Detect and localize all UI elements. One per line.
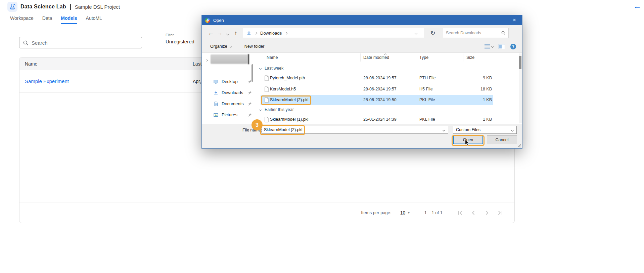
previous-page-icon[interactable]: [469, 209, 477, 217]
sidebar-item-label: Pictures: [222, 112, 248, 117]
tab-data[interactable]: Data: [42, 13, 52, 24]
tutorial-step-badge: 3: [251, 119, 263, 130]
file-type: PKL File: [419, 98, 435, 102]
column-divider: [494, 53, 494, 62]
search-input[interactable]: [32, 40, 138, 46]
nav-forward-icon: →: [215, 30, 224, 37]
tab-workspace[interactable]: Workspace: [10, 13, 34, 24]
nav-back-icon[interactable]: ←: [206, 30, 215, 37]
file-type-select[interactable]: Custom Files: [453, 126, 517, 134]
file-icon: [264, 97, 269, 103]
view-mode-button[interactable]: [484, 44, 493, 49]
nav-history-chevron-icon[interactable]: [224, 30, 231, 37]
file-row[interactable]: SklearnModel (1).pkl 25-01-2024 14:39 PK…: [256, 114, 519, 125]
file-row-selected[interactable]: SklearnModel (2).pkl 28-06-2024 19:50 PK…: [256, 95, 519, 105]
file-size: 18 KB: [466, 87, 492, 91]
dialog-footer: File name: Custom Files Open Cancel: [202, 124, 522, 148]
sidebar-item-label: Desktop: [222, 79, 248, 84]
dialog-search-box[interactable]: [443, 28, 509, 38]
refresh-icon[interactable]: ↻: [429, 29, 437, 37]
column-date-modified[interactable]: Date modified: [363, 55, 389, 60]
filter-value[interactable]: Unregistered: [166, 39, 194, 44]
collapse-chevron-icon: [259, 108, 262, 111]
column-type[interactable]: Type: [419, 55, 428, 60]
file-modified: 28-06-2024 19:50: [363, 98, 397, 102]
items-per-page-label: Items per page:: [361, 210, 391, 215]
items-per-page-select[interactable]: 10 ▾: [400, 210, 410, 216]
group-header-last-week[interactable]: Last week: [256, 64, 283, 73]
file-name-combobox[interactable]: [262, 126, 448, 134]
column-divider: [417, 53, 417, 62]
close-icon[interactable]: ×: [507, 15, 522, 25]
file-row[interactable]: Pytorch_Model.pth 28-06-2024 19:57 PTH F…: [256, 73, 519, 83]
open-file-dialog: Open × ← → ↑ Downloads ↻: [201, 15, 522, 149]
file-size: 9 KB: [466, 76, 492, 80]
sidebar-item-downloads[interactable]: Downloads: [202, 87, 255, 98]
sidebar-item-redacted[interactable]: [211, 54, 247, 64]
organize-menu[interactable]: Organize: [210, 44, 232, 49]
dialog-sidebar: Desktop Downloads: [202, 53, 255, 124]
pin-icon: [248, 102, 252, 106]
mouse-cursor: [464, 140, 470, 146]
column-size[interactable]: Size: [466, 55, 474, 60]
paginator: Items per page: 10 ▾ 1 – 1 of 1: [19, 202, 514, 223]
organize-label: Organize: [210, 44, 227, 49]
preview-pane-icon[interactable]: [499, 44, 505, 49]
file-name: SklearnModel (1).pkl: [270, 117, 309, 122]
back-arrow-icon[interactable]: ←: [633, 1, 641, 11]
sidebar-item-label: Downloads: [222, 90, 248, 95]
downloads-icon: [246, 31, 251, 36]
dialog-titlebar[interactable]: Open ×: [202, 15, 522, 25]
filter-label: Filter: [166, 33, 194, 37]
experiment-link[interactable]: Sample Experiment: [25, 78, 69, 84]
dropdown-chevron-icon[interactable]: [443, 129, 445, 131]
new-folder-button[interactable]: New folder: [244, 44, 265, 49]
dialog-nav-row: ← → ↑ Downloads ↻: [202, 25, 522, 41]
expand-chevron-icon[interactable]: [206, 57, 208, 62]
column-last-modified: Last: [193, 61, 201, 67]
dialog-app-icon: [205, 18, 210, 23]
dialog-title: Open: [213, 18, 224, 23]
address-bar[interactable]: Downloads: [243, 28, 424, 38]
sidebar-item-desktop[interactable]: Desktop: [202, 76, 255, 87]
column-name[interactable]: Name: [267, 55, 278, 60]
file-row[interactable]: KersModel.h5 28-06-2024 19:57 H5 File 18…: [256, 84, 519, 94]
dropdown-chevron-icon: [230, 45, 232, 47]
group-header-earlier-this-year[interactable]: Earlier this year: [256, 105, 294, 114]
flask-icon: [9, 3, 16, 10]
last-page-icon[interactable]: [496, 209, 504, 217]
file-type: PKL File: [419, 117, 435, 122]
tab-automl[interactable]: AutoML: [86, 13, 102, 24]
help-icon[interactable]: ?: [510, 44, 516, 49]
brand-divider: [70, 4, 71, 10]
breadcrumb-chevron-icon[interactable]: [285, 31, 287, 35]
next-page-icon[interactable]: [483, 209, 491, 217]
sidebar-item-documents[interactable]: Documents: [202, 98, 255, 109]
file-name-input[interactable]: [264, 126, 437, 133]
sidebar-items: Desktop Downloads: [202, 76, 255, 120]
file-modified: 25-01-2024 14:39: [363, 117, 397, 122]
dialog-body: Desktop Downloads: [202, 52, 522, 124]
nav-up-icon[interactable]: ↑: [231, 30, 240, 37]
items-per-page-value: 10: [400, 210, 406, 216]
experiment-search[interactable]: [19, 37, 142, 48]
downloads-icon: [213, 90, 219, 95]
resize-grip[interactable]: [517, 144, 521, 148]
address-dropdown-icon[interactable]: [415, 31, 417, 35]
breadcrumb-location[interactable]: Downloads: [260, 31, 282, 36]
file-name: SklearnModel (2).pkl: [270, 98, 309, 102]
filter-select[interactable]: Filter Unregistered: [166, 33, 194, 44]
new-folder-label: New folder: [244, 44, 265, 49]
sidebar-item-pictures[interactable]: Pictures: [202, 109, 255, 120]
file-type: PTH File: [419, 76, 436, 80]
cancel-button[interactable]: Cancel: [487, 135, 517, 144]
pager-buttons: [456, 209, 504, 217]
dialog-search-input[interactable]: [446, 31, 501, 35]
tab-models[interactable]: Models: [61, 13, 77, 24]
file-modified: 28-06-2024 19:57: [363, 76, 397, 80]
column-name: Name: [25, 61, 37, 67]
list-scrollbar-thumb[interactable]: [519, 56, 521, 69]
list-scrollbar[interactable]: [519, 53, 522, 123]
first-page-icon[interactable]: [456, 209, 464, 217]
dropdown-chevron-icon: [491, 45, 494, 47]
